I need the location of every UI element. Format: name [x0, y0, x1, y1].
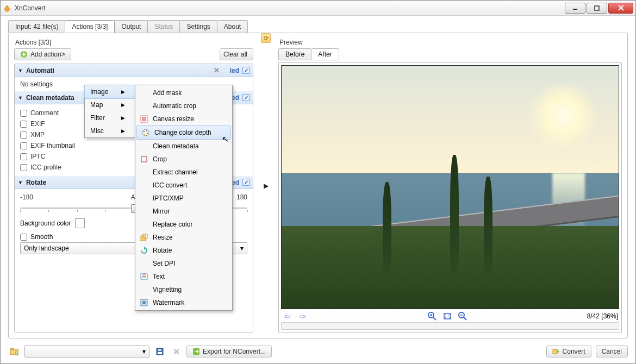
preview-scrollbar[interactable] [281, 322, 619, 330]
svg-point-19 [147, 133, 148, 135]
svg-point-20 [144, 134, 146, 135]
zoom-out-button[interactable] [457, 311, 468, 321]
chevron-down-icon: ▾ [142, 348, 146, 355]
next-image-button[interactable]: ⇨ [297, 311, 308, 321]
chevron-right-icon: ▶ [121, 115, 125, 121]
enabled-checkbox[interactable]: ✓ [242, 67, 250, 74]
zoom-in-button[interactable] [427, 311, 438, 321]
clear-all-button[interactable]: Clear all [220, 48, 253, 60]
menu-item-crop[interactable]: Crop [135, 153, 232, 166]
preview-pane: Preview Before After ⇦ ⇨ 8/42 [278, 39, 622, 332]
menu-item-watermark[interactable]: Watermark [135, 296, 232, 309]
action-header-automatic[interactable]: ▼ Automati x ✕ led ✓ [15, 64, 253, 77]
menu-item-icc-convert[interactable]: ICC convert [135, 179, 232, 192]
tab-actions[interactable]: Actions [3/3] [65, 20, 115, 33]
menu-item-automatic-crop[interactable]: Automatic crop [135, 99, 232, 112]
chevron-right-icon: ▶ [121, 102, 125, 108]
enabled-checkbox[interactable]: ✓ [242, 179, 250, 186]
delete-preset-icon[interactable]: ✕ [170, 346, 182, 357]
rotate-max: 180 [236, 193, 247, 201]
checkbox[interactable] [20, 164, 27, 171]
preset-combo[interactable]: ▾ [24, 346, 149, 357]
tab-about[interactable]: About [217, 20, 248, 33]
close-button[interactable] [608, 3, 633, 14]
menu-item-add-mask[interactable]: Add mask [135, 86, 232, 99]
main-tabstrip: Input: 42 file(s) Actions [3/3] Output S… [1, 16, 635, 33]
cancel-button[interactable]: Cancel [596, 346, 628, 357]
menu-item-replace-color[interactable]: Replace color [135, 218, 232, 231]
svg-point-17 [144, 131, 145, 133]
export-label: Export for NConvert... [203, 348, 266, 355]
maximize-button[interactable] [587, 3, 607, 14]
open-preset-icon[interactable] [8, 346, 20, 357]
menu-item-text[interactable]: AText [135, 270, 232, 283]
action-title-clean-metadata: Clean metadata [26, 94, 74, 102]
menu-item-rotate[interactable]: Rotate [135, 244, 232, 257]
tab-status[interactable]: Status [147, 20, 180, 33]
menu-item-canvas-resize[interactable]: Canvas resize [135, 112, 232, 125]
add-action-image-submenu: Add mask Automatic crop Canvas resize Ch… [135, 85, 233, 311]
canvas-icon [140, 115, 148, 123]
watermark-icon [140, 298, 148, 307]
checkbox[interactable] [20, 121, 27, 128]
menu-item-extract-channel[interactable]: Extract channel [135, 166, 232, 179]
checkbox[interactable] [20, 234, 27, 241]
menu-item-set-dpi[interactable]: Set DPI [135, 257, 232, 270]
menu-item-resize[interactable]: Resize [135, 231, 232, 244]
text-icon: A [140, 272, 148, 281]
chevron-down-icon: ▼ [18, 68, 23, 73]
menu-category-filter[interactable]: Filter▶ [85, 111, 135, 124]
prev-image-button[interactable]: ⇦ [282, 311, 293, 321]
menu-category-image[interactable]: Image▶ [84, 85, 135, 99]
app-window: XnConvert Input: 42 file(s) Actions [3/3… [0, 0, 636, 364]
window-buttons [565, 3, 633, 14]
bgcolor-swatch[interactable] [75, 218, 85, 228]
menu-item-vignetting[interactable]: Vignetting [135, 283, 232, 296]
fit-window-button[interactable] [442, 311, 453, 321]
menu-item-iptc-xmp[interactable]: IPTC/XMP [135, 192, 232, 205]
tab-output[interactable]: Output [114, 20, 148, 33]
menu-item-mirror[interactable]: Mirror [135, 205, 232, 218]
rotate-icon [140, 246, 148, 255]
rotate-min: -180 [20, 193, 33, 201]
actions-label: Actions [3/3] [14, 39, 253, 46]
svg-point-27 [142, 301, 146, 304]
menu-category-misc[interactable]: Misc▶ [85, 124, 135, 137]
checkbox[interactable] [20, 142, 27, 149]
convert-button[interactable]: Convert [546, 346, 591, 357]
save-preset-icon[interactable] [154, 346, 166, 357]
action-icon [140, 102, 148, 110]
preview-label: Preview [278, 39, 622, 46]
checkbox[interactable] [20, 131, 27, 139]
tab-input[interactable]: Input: 42 file(s) [8, 20, 65, 33]
preview-controls: ⇦ ⇨ 8/42 [36%] [281, 309, 619, 321]
enabled-checkbox[interactable]: ✓ [242, 94, 250, 101]
checkbox[interactable] [20, 110, 27, 117]
tab-after[interactable]: After [311, 48, 339, 60]
menu-item-change-color-depth[interactable]: Change color depth [136, 125, 231, 140]
add-action-category-menu: Image▶ Map▶ Filter▶ Misc▶ [84, 85, 135, 138]
action-title-rotate: Rotate [26, 179, 46, 186]
titlebar: XnConvert [1, 1, 635, 16]
menu-item-clean-metadata[interactable]: Clean metadata [135, 140, 232, 153]
check-label: Smooth [30, 233, 53, 241]
clear-all-label: Clear all [223, 51, 247, 58]
action-icon [140, 207, 148, 216]
menu-category-map[interactable]: Map▶ [85, 98, 135, 111]
refresh-preview-icon[interactable]: ⟳ [261, 33, 271, 43]
check-label: EXIF [30, 120, 45, 128]
add-action-button[interactable]: Add action> [14, 48, 71, 60]
svg-text:A: A [142, 273, 146, 280]
check-label: Comment [30, 109, 59, 117]
checkbox[interactable] [20, 153, 27, 160]
action-title-automatic: Automati [26, 67, 54, 74]
chevron-right-icon: ▶ [121, 128, 125, 134]
enabled-suffix: led [223, 67, 239, 74]
minimize-button[interactable] [565, 3, 585, 14]
export-nconvert-button[interactable]: Export for NConvert... [186, 346, 272, 357]
resize-icon [140, 233, 148, 242]
tab-settings[interactable]: Settings [179, 20, 217, 33]
check-label: IPTC [30, 153, 45, 160]
tab-before[interactable]: Before [278, 48, 311, 60]
remove-action-icon[interactable]: ✕ [214, 66, 220, 74]
